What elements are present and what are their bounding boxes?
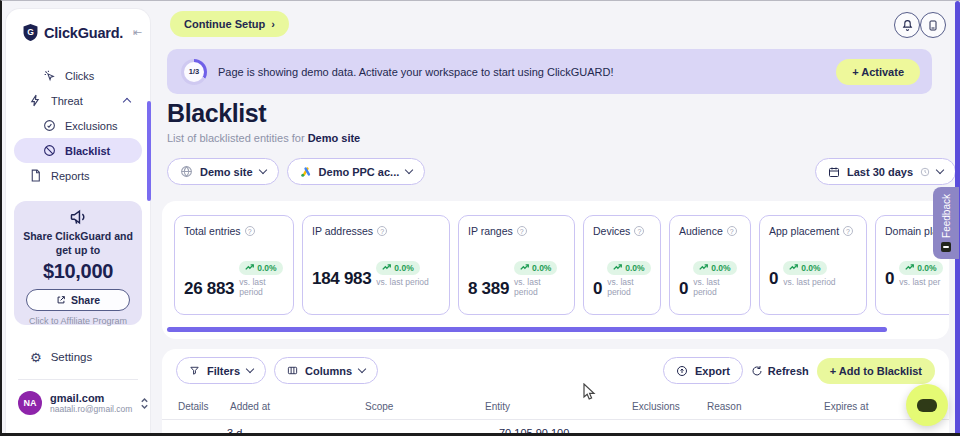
sidebar-item-label: Reports xyxy=(51,170,90,182)
chevron-down-icon xyxy=(246,365,254,373)
stats-panel: Total entries? 26 883 0.0% vs. last peri… xyxy=(162,201,949,339)
ppc-account-selector[interactable]: Demo PPC ac... xyxy=(287,158,426,185)
site-selector[interactable]: Demo site xyxy=(167,158,279,185)
table-row[interactable]: 3 d 70.105.90.100 xyxy=(162,427,949,436)
globe-icon xyxy=(180,165,193,178)
stat-caption: vs. last per xyxy=(899,277,949,287)
help-icon[interactable]: ? xyxy=(377,226,387,236)
refresh-icon xyxy=(751,365,763,377)
help-icon[interactable]: ? xyxy=(634,226,644,236)
chat-launcher-button[interactable] xyxy=(906,384,948,426)
columns-button[interactable]: Columns xyxy=(274,357,378,384)
user-name: gmail.com xyxy=(50,392,132,404)
filters-button[interactable]: Filters xyxy=(176,357,266,384)
gear-icon: ⚙ xyxy=(30,351,42,364)
stat-caption: vs. last period xyxy=(514,277,565,297)
help-icon[interactable]: ? xyxy=(843,226,853,236)
demo-data-banner: 1/3 Page is showing demo data. Activate … xyxy=(167,49,932,94)
column-header-expires-at[interactable]: Expires at xyxy=(824,401,868,412)
bell-icon xyxy=(901,19,914,32)
column-header-scope[interactable]: Scope xyxy=(365,401,393,412)
stat-delta: 0.0% xyxy=(917,263,936,273)
trend-up-icon xyxy=(699,264,708,271)
notifications-button[interactable] xyxy=(894,12,920,38)
column-header-details[interactable]: Details xyxy=(178,401,209,412)
filters-button-label: Filters xyxy=(207,365,240,377)
settings-label: Settings xyxy=(51,351,93,363)
check-circle-icon xyxy=(43,119,56,132)
chevron-down-icon xyxy=(936,166,944,174)
clickguard-logo-icon: G xyxy=(22,23,39,42)
help-icon[interactable]: ? xyxy=(245,226,255,236)
chevron-down-icon xyxy=(405,166,413,174)
stat-label: App placement xyxy=(769,225,839,237)
sidebar-nav: Clicks Threat Exclusions Blacklist xyxy=(6,63,150,188)
stat-caption: vs. last period xyxy=(607,277,651,297)
chat-bubble-icon xyxy=(917,399,937,412)
column-header-entity[interactable]: Entity xyxy=(485,401,510,412)
collapse-sidebar-icon[interactable]: ⇤ xyxy=(133,26,142,39)
sidebar-item-label: Blacklist xyxy=(65,145,110,157)
stat-value: 0 xyxy=(885,270,894,287)
feedback-tab-label: Feedback xyxy=(941,194,952,238)
trend-up-icon xyxy=(905,264,914,271)
sidebar-item-settings[interactable]: ⚙ Settings xyxy=(6,345,150,369)
export-button-label: Export xyxy=(695,365,730,377)
stat-delta: 0.0% xyxy=(801,263,820,273)
date-range-selector[interactable]: Last 30 days xyxy=(815,158,956,185)
trend-up-icon xyxy=(789,264,798,271)
stat-delta: 0.0% xyxy=(711,263,730,273)
sidebar-divider xyxy=(18,379,138,380)
trend-up-icon xyxy=(245,264,254,271)
sidebar-item-threat[interactable]: Threat xyxy=(6,88,150,113)
stat-value: 26 883 xyxy=(184,280,234,297)
document-icon xyxy=(29,169,42,182)
refresh-button[interactable]: Refresh xyxy=(751,365,809,377)
sidebar-item-reports[interactable]: Reports xyxy=(6,163,150,188)
stat-delta: 0.0% xyxy=(532,263,551,273)
column-header-added-at[interactable]: Added at xyxy=(230,401,270,412)
stat-delta: 0.0% xyxy=(394,263,413,273)
affiliate-promo-card[interactable]: Share ClickGuard and get up to $10,000 S… xyxy=(14,201,142,325)
chevron-right-icon: › xyxy=(271,18,275,30)
stat-card-total-entries: Total entries? 26 883 0.0% vs. last peri… xyxy=(174,215,294,315)
help-icon[interactable]: ? xyxy=(727,226,737,236)
svg-text:G: G xyxy=(27,27,34,37)
page-title: Blacklist xyxy=(167,99,266,128)
sidebar-item-blacklist[interactable]: Blacklist xyxy=(14,138,142,163)
stat-caption: vs. last period xyxy=(239,277,284,297)
sidebar-scrollbar[interactable] xyxy=(147,101,151,201)
column-header-reason[interactable]: Reason xyxy=(707,401,741,412)
cursor-click-icon xyxy=(43,69,56,82)
sidebar: G ClickGuard. ⇤ Clicks Threat xyxy=(6,9,150,436)
setup-progress-ring: 1/3 xyxy=(181,59,207,85)
share-button[interactable]: Share xyxy=(26,289,130,311)
stat-caption: vs. last period xyxy=(693,277,741,297)
chevron-updown-icon xyxy=(140,397,149,410)
blacklist-table-panel: Filters Columns Export Refre xyxy=(162,349,949,436)
stat-label: Total entries xyxy=(184,225,241,237)
table-header-row: Details Added at Scope Entity Exclusions… xyxy=(162,401,949,415)
activate-button[interactable]: + Activate xyxy=(836,59,920,85)
continue-setup-button[interactable]: Continue Setup › xyxy=(170,11,289,37)
feedback-tab[interactable]: Feedback xyxy=(933,187,959,259)
promo-amount: $10,000 xyxy=(14,260,142,283)
add-to-blacklist-button[interactable]: + Add to Blacklist xyxy=(817,358,935,384)
sidebar-item-clicks[interactable]: Clicks xyxy=(6,63,150,88)
feedback-icon xyxy=(941,242,951,252)
export-icon xyxy=(676,365,688,377)
column-header-exclusions[interactable]: Exclusions xyxy=(632,401,680,412)
stat-card-audience: Audience? 0 0.0% vs. last period xyxy=(669,215,751,315)
google-ads-icon xyxy=(300,166,312,178)
help-icon[interactable]: ? xyxy=(517,226,527,236)
sidebar-item-exclusions[interactable]: Exclusions xyxy=(6,113,150,138)
calendar-icon xyxy=(828,166,840,178)
knowledge-base-button[interactable] xyxy=(920,12,946,38)
refresh-button-label: Refresh xyxy=(768,365,809,377)
user-menu[interactable]: NA gmail.com naatali.ro@gmail.com xyxy=(18,391,140,415)
stat-delta: 0.0% xyxy=(257,263,276,273)
stats-horizontal-scrollbar[interactable] xyxy=(167,327,887,332)
date-range-value: Last 30 days xyxy=(847,166,913,178)
export-button[interactable]: Export xyxy=(663,357,743,384)
brand-name: ClickGuard. xyxy=(44,25,123,41)
